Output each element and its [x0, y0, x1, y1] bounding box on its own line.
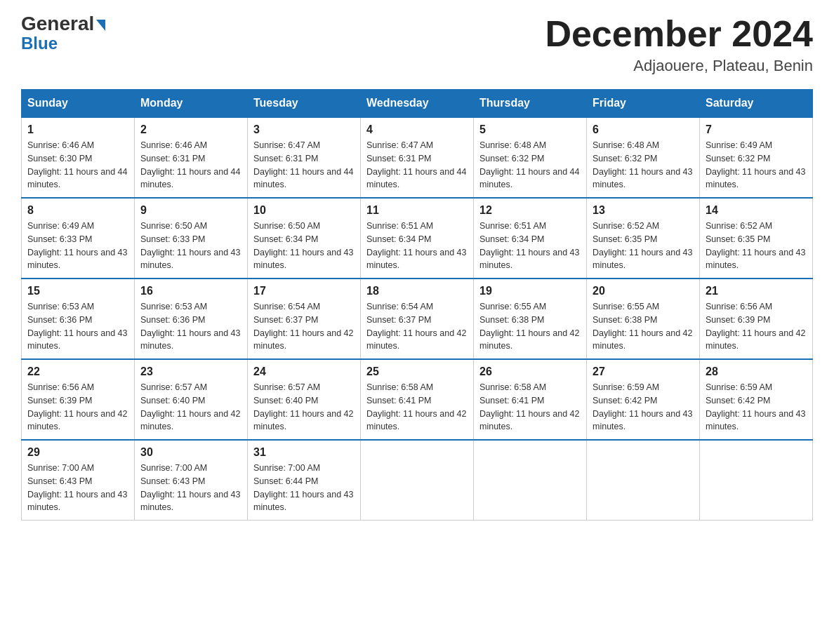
day-number: 20 — [593, 285, 694, 297]
day-info: Sunrise: 6:53 AMSunset: 6:36 PMDaylight:… — [140, 300, 241, 353]
day-cell: 5Sunrise: 6:48 AMSunset: 6:32 PMDaylight… — [474, 117, 587, 198]
day-cell: 15Sunrise: 6:53 AMSunset: 6:36 PMDayligh… — [22, 279, 135, 359]
day-number: 22 — [27, 365, 128, 378]
day-info: Sunrise: 6:50 AMSunset: 6:34 PMDaylight:… — [253, 220, 355, 272]
day-cell: 8Sunrise: 6:49 AMSunset: 6:33 PMDaylight… — [22, 198, 135, 279]
day-cell: 14Sunrise: 6:52 AMSunset: 6:35 PMDayligh… — [700, 198, 813, 279]
day-cell: 2Sunrise: 6:46 AMSunset: 6:31 PMDaylight… — [135, 117, 248, 198]
title-block: December 2024 Adjaouere, Plateau, Benin — [545, 14, 813, 75]
day-info: Sunrise: 6:49 AMSunset: 6:33 PMDaylight:… — [27, 220, 128, 272]
day-cell: 11Sunrise: 6:51 AMSunset: 6:34 PMDayligh… — [361, 198, 474, 279]
weekday-header-friday: Friday — [587, 90, 700, 118]
day-info: Sunrise: 6:57 AMSunset: 6:40 PMDaylight:… — [253, 381, 355, 434]
day-cell: 10Sunrise: 6:50 AMSunset: 6:34 PMDayligh… — [248, 198, 361, 279]
day-number: 28 — [706, 365, 807, 378]
day-number: 17 — [253, 285, 355, 297]
day-cell: 17Sunrise: 6:54 AMSunset: 6:37 PMDayligh… — [248, 279, 361, 359]
week-row-5: 29Sunrise: 7:00 AMSunset: 6:43 PMDayligh… — [22, 440, 813, 521]
day-number: 30 — [140, 446, 241, 459]
day-cell: 4Sunrise: 6:47 AMSunset: 6:31 PMDaylight… — [361, 117, 474, 198]
day-info: Sunrise: 6:55 AMSunset: 6:38 PMDaylight:… — [479, 300, 581, 353]
day-cell — [587, 440, 700, 521]
day-cell: 16Sunrise: 6:53 AMSunset: 6:36 PMDayligh… — [135, 279, 248, 359]
day-cell — [474, 440, 587, 521]
day-info: Sunrise: 6:53 AMSunset: 6:36 PMDaylight:… — [27, 300, 128, 353]
month-title: December 2024 — [545, 14, 813, 54]
day-info: Sunrise: 6:55 AMSunset: 6:38 PMDaylight:… — [593, 300, 694, 353]
page-header: General Blue December 2024 Adjaouere, Pl… — [21, 14, 813, 75]
day-number: 26 — [479, 365, 581, 378]
week-row-1: 1Sunrise: 6:46 AMSunset: 6:30 PMDaylight… — [22, 117, 813, 198]
day-number: 7 — [706, 123, 807, 136]
day-cell — [700, 440, 813, 521]
day-info: Sunrise: 6:49 AMSunset: 6:32 PMDaylight:… — [706, 139, 807, 192]
day-cell: 27Sunrise: 6:59 AMSunset: 6:42 PMDayligh… — [587, 359, 700, 440]
calendar-table: SundayMondayTuesdayWednesdayThursdayFrid… — [21, 89, 813, 521]
weekday-header-saturday: Saturday — [700, 90, 813, 118]
day-info: Sunrise: 6:47 AMSunset: 6:31 PMDaylight:… — [253, 139, 355, 192]
day-number: 16 — [140, 285, 241, 297]
weekday-header-row: SundayMondayTuesdayWednesdayThursdayFrid… — [22, 90, 813, 118]
day-cell: 22Sunrise: 6:56 AMSunset: 6:39 PMDayligh… — [22, 359, 135, 440]
day-info: Sunrise: 7:00 AMSunset: 6:44 PMDaylight:… — [253, 462, 355, 514]
logo-line2: Blue — [21, 35, 58, 52]
day-info: Sunrise: 6:58 AMSunset: 6:41 PMDaylight:… — [479, 381, 581, 434]
day-cell: 25Sunrise: 6:58 AMSunset: 6:41 PMDayligh… — [361, 359, 474, 440]
day-number: 10 — [253, 204, 355, 217]
day-info: Sunrise: 6:51 AMSunset: 6:34 PMDaylight:… — [479, 220, 581, 272]
weekday-header-thursday: Thursday — [474, 90, 587, 118]
day-cell — [361, 440, 474, 521]
logo: General Blue — [21, 14, 105, 52]
day-info: Sunrise: 6:52 AMSunset: 6:35 PMDaylight:… — [706, 220, 807, 272]
day-cell: 28Sunrise: 6:59 AMSunset: 6:42 PMDayligh… — [700, 359, 813, 440]
day-cell: 26Sunrise: 6:58 AMSunset: 6:41 PMDayligh… — [474, 359, 587, 440]
day-number: 13 — [593, 204, 694, 217]
day-number: 11 — [366, 204, 468, 217]
weekday-header-wednesday: Wednesday — [361, 90, 474, 118]
day-info: Sunrise: 6:56 AMSunset: 6:39 PMDaylight:… — [27, 381, 128, 434]
week-row-4: 22Sunrise: 6:56 AMSunset: 6:39 PMDayligh… — [22, 359, 813, 440]
day-cell: 19Sunrise: 6:55 AMSunset: 6:38 PMDayligh… — [474, 279, 587, 359]
day-number: 4 — [366, 123, 468, 136]
day-number: 23 — [140, 365, 241, 378]
day-info: Sunrise: 6:54 AMSunset: 6:37 PMDaylight:… — [253, 300, 355, 353]
day-cell: 1Sunrise: 6:46 AMSunset: 6:30 PMDaylight… — [22, 117, 135, 198]
day-number: 3 — [253, 123, 355, 136]
day-number: 15 — [27, 285, 128, 297]
day-info: Sunrise: 6:48 AMSunset: 6:32 PMDaylight:… — [593, 139, 694, 192]
weekday-header-tuesday: Tuesday — [248, 90, 361, 118]
day-number: 21 — [706, 285, 807, 297]
day-info: Sunrise: 6:52 AMSunset: 6:35 PMDaylight:… — [593, 220, 694, 272]
day-number: 31 — [253, 446, 355, 459]
logo-line1: General — [21, 14, 105, 34]
day-cell: 9Sunrise: 6:50 AMSunset: 6:33 PMDaylight… — [135, 198, 248, 279]
day-number: 14 — [706, 204, 807, 217]
day-number: 24 — [253, 365, 355, 378]
day-cell: 18Sunrise: 6:54 AMSunset: 6:37 PMDayligh… — [361, 279, 474, 359]
day-cell: 31Sunrise: 7:00 AMSunset: 6:44 PMDayligh… — [248, 440, 361, 521]
day-cell: 3Sunrise: 6:47 AMSunset: 6:31 PMDaylight… — [248, 117, 361, 198]
day-cell: 23Sunrise: 6:57 AMSunset: 6:40 PMDayligh… — [135, 359, 248, 440]
day-info: Sunrise: 7:00 AMSunset: 6:43 PMDaylight:… — [140, 462, 241, 514]
day-info: Sunrise: 6:57 AMSunset: 6:40 PMDaylight:… — [140, 381, 241, 434]
day-cell: 24Sunrise: 6:57 AMSunset: 6:40 PMDayligh… — [248, 359, 361, 440]
day-info: Sunrise: 6:47 AMSunset: 6:31 PMDaylight:… — [366, 139, 468, 192]
day-cell: 20Sunrise: 6:55 AMSunset: 6:38 PMDayligh… — [587, 279, 700, 359]
day-cell: 12Sunrise: 6:51 AMSunset: 6:34 PMDayligh… — [474, 198, 587, 279]
day-number: 2 — [140, 123, 241, 136]
day-number: 6 — [593, 123, 694, 136]
day-info: Sunrise: 6:54 AMSunset: 6:37 PMDaylight:… — [366, 300, 468, 353]
day-number: 5 — [479, 123, 581, 136]
location-title: Adjaouere, Plateau, Benin — [545, 57, 813, 75]
day-info: Sunrise: 6:46 AMSunset: 6:30 PMDaylight:… — [27, 139, 128, 192]
day-number: 19 — [479, 285, 581, 297]
day-info: Sunrise: 6:59 AMSunset: 6:42 PMDaylight:… — [593, 381, 694, 434]
day-info: Sunrise: 6:59 AMSunset: 6:42 PMDaylight:… — [706, 381, 807, 434]
day-number: 9 — [140, 204, 241, 217]
day-number: 29 — [27, 446, 128, 459]
day-cell: 13Sunrise: 6:52 AMSunset: 6:35 PMDayligh… — [587, 198, 700, 279]
week-row-3: 15Sunrise: 6:53 AMSunset: 6:36 PMDayligh… — [22, 279, 813, 359]
day-number: 18 — [366, 285, 468, 297]
day-info: Sunrise: 6:51 AMSunset: 6:34 PMDaylight:… — [366, 220, 468, 272]
day-info: Sunrise: 6:56 AMSunset: 6:39 PMDaylight:… — [706, 300, 807, 353]
